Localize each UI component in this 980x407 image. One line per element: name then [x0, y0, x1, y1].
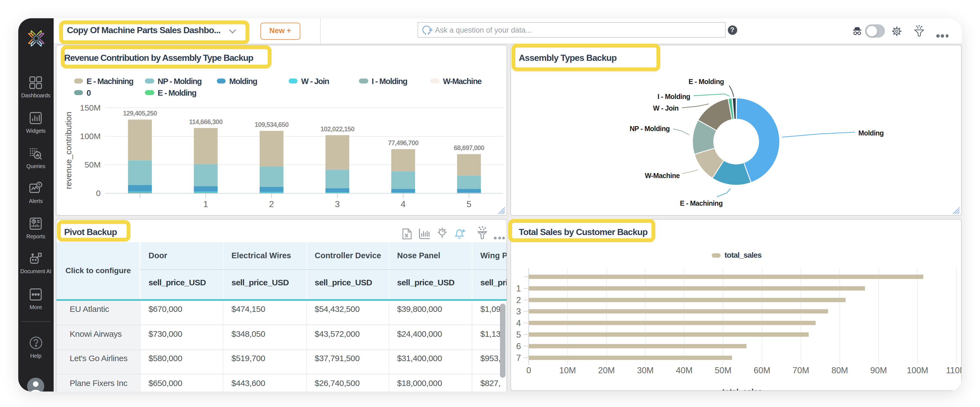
svg-text:114,666,300: 114,666,300: [189, 118, 223, 126]
svg-text:1: 1: [203, 199, 208, 209]
svg-text:2: 2: [269, 199, 274, 209]
svg-text:4: 4: [516, 318, 521, 328]
svg-text:0: 0: [96, 189, 101, 198]
svg-text:20M: 20M: [598, 365, 615, 375]
svg-text:100M: 100M: [80, 132, 101, 141]
svg-text:total_sales: total_sales: [722, 387, 762, 391]
svg-text:4: 4: [401, 199, 406, 209]
svg-text:150M: 150M: [80, 103, 101, 112]
svg-text:77,496,700: 77,496,700: [388, 139, 418, 146]
svg-text:2: 2: [516, 295, 521, 305]
svg-text:Molding: Molding: [858, 129, 884, 137]
svg-text:80M: 80M: [832, 365, 848, 375]
svg-text:0: 0: [526, 365, 531, 375]
svg-text:E - Machining: E - Machining: [680, 199, 723, 207]
svg-text:30M: 30M: [637, 365, 654, 375]
svg-text:129,405,250: 129,405,250: [123, 110, 157, 117]
svg-text:E - Molding: E - Molding: [689, 78, 724, 86]
svg-text:W-Machine: W-Machine: [645, 172, 680, 180]
svg-text:I - Molding: I - Molding: [657, 93, 690, 100]
svg-text:5: 5: [466, 199, 471, 209]
svg-text:50M: 50M: [715, 365, 732, 375]
svg-text:60M: 60M: [754, 365, 770, 375]
svg-text:NP - Molding: NP - Molding: [630, 125, 670, 132]
svg-text:6: 6: [516, 341, 521, 351]
svg-text:5: 5: [516, 329, 521, 339]
svg-text:100M: 100M: [907, 365, 928, 375]
svg-text:102,022,150: 102,022,150: [320, 125, 355, 133]
svg-text:10M: 10M: [559, 365, 576, 375]
svg-text:109,534,650: 109,534,650: [255, 121, 289, 128]
svg-text:90M: 90M: [870, 365, 887, 375]
svg-text:110M: 110M: [946, 365, 962, 375]
svg-text:W - Join: W - Join: [653, 104, 679, 112]
svg-text:40M: 40M: [676, 365, 692, 375]
svg-text:revenue_contribution: revenue_contribution: [64, 112, 73, 189]
svg-text:1: 1: [516, 283, 521, 293]
svg-text:7: 7: [516, 353, 521, 362]
svg-text:68,697,000: 68,697,000: [454, 144, 484, 151]
svg-text:3: 3: [516, 306, 521, 316]
svg-text:50M: 50M: [84, 160, 101, 169]
svg-text:70M: 70M: [792, 365, 809, 375]
svg-text:3: 3: [335, 199, 340, 209]
